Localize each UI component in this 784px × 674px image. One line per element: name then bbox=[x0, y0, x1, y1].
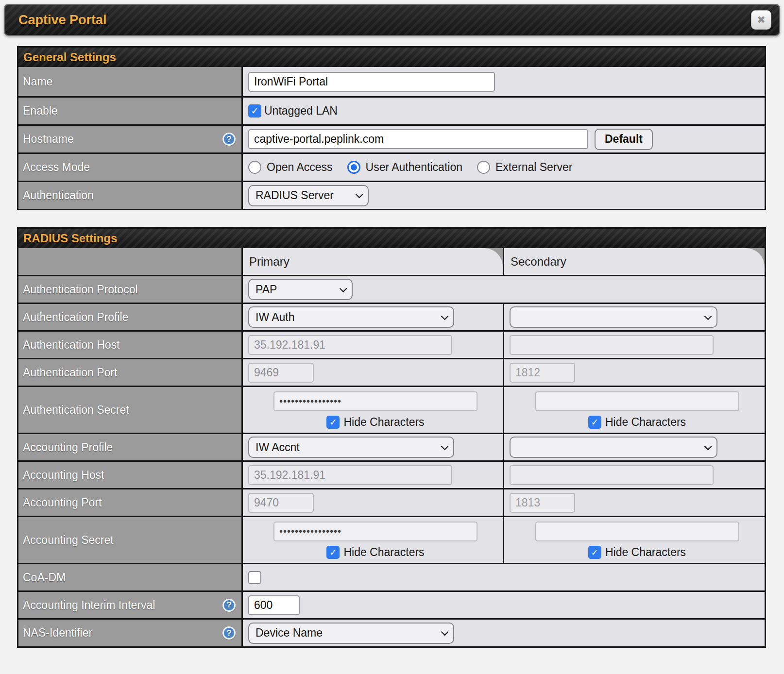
coa-dm-label: CoA-DM bbox=[18, 564, 243, 590]
column-header-row: Primary Secondary bbox=[18, 248, 765, 275]
dialog-titlebar: Captive Portal ✖ bbox=[4, 4, 780, 36]
chevron-down-icon bbox=[704, 312, 712, 320]
auth-profile-primary-select[interactable]: IW Auth bbox=[248, 306, 454, 328]
chevron-down-icon bbox=[441, 628, 449, 636]
acct-port-row: Accounting Port bbox=[18, 488, 765, 516]
dialog-content: General Settings Name Enable ✓ Untagged … bbox=[17, 46, 766, 648]
auth-host-row: Authentication Host bbox=[18, 330, 765, 358]
primary-column-header: Primary bbox=[243, 248, 503, 275]
coa-dm-checkbox[interactable] bbox=[248, 571, 261, 584]
auth-protocol-row: Authentication Protocol PAP bbox=[18, 275, 765, 303]
nas-identifier-select-value: Device Name bbox=[256, 626, 323, 640]
authentication-label: Authentication bbox=[18, 182, 243, 209]
acct-secret-secondary-input[interactable] bbox=[535, 522, 739, 541]
acct-profile-row: Accounting Profile IW Accnt bbox=[18, 433, 765, 460]
auth-secret-secondary-hide-label: Hide Characters bbox=[605, 416, 686, 429]
interim-interval-label: Accounting Interim Interval bbox=[23, 599, 155, 612]
acct-profile-label: Accounting Profile bbox=[18, 434, 243, 460]
access-mode-option-open-access: Open Access bbox=[267, 161, 333, 174]
authentication-row: Authentication RADIUS Server bbox=[18, 181, 765, 209]
chevron-down-icon bbox=[356, 191, 363, 199]
column-header-spacer bbox=[18, 248, 243, 275]
hostname-help-icon[interactable]: ? bbox=[222, 133, 236, 146]
acct-host-label: Accounting Host bbox=[18, 462, 243, 488]
interim-interval-row: Accounting Interim Interval ? bbox=[18, 590, 765, 618]
hostname-input[interactable] bbox=[248, 129, 588, 149]
hostname-row: Hostname ? Default bbox=[18, 124, 765, 152]
access-mode-radio-open-access[interactable] bbox=[248, 161, 261, 174]
radius-settings-header: RADIUS Settings bbox=[18, 229, 765, 248]
acct-secret-row: Accounting Secret ✓ Hide Characters ✓ Hi… bbox=[18, 516, 765, 563]
chevron-down-icon bbox=[441, 442, 449, 450]
enable-untagged-lan-checkbox[interactable]: ✓ bbox=[248, 104, 261, 118]
auth-profile-primary-value: IW Auth bbox=[256, 311, 295, 324]
nas-identifier-row: NAS-Identifier ? Device Name bbox=[18, 618, 765, 646]
acct-secret-primary-input[interactable] bbox=[273, 522, 477, 541]
access-mode-row: Access Mode Open Access User Authenticat… bbox=[18, 152, 765, 181]
interim-interval-help-icon[interactable]: ? bbox=[222, 599, 236, 612]
acct-secret-label: Accounting Secret bbox=[18, 517, 243, 563]
check-icon: ✓ bbox=[591, 417, 598, 428]
interim-interval-input[interactable] bbox=[248, 595, 300, 615]
chevron-down-icon bbox=[704, 442, 712, 450]
auth-protocol-select-value: PAP bbox=[256, 283, 277, 296]
name-label: Name bbox=[18, 67, 243, 96]
auth-protocol-select[interactable]: PAP bbox=[248, 279, 353, 300]
auth-host-primary-input[interactable] bbox=[248, 335, 452, 355]
hostname-default-button[interactable]: Default bbox=[595, 129, 653, 150]
acct-secret-primary-hide-checkbox[interactable]: ✓ bbox=[326, 546, 340, 559]
acct-port-secondary-input[interactable] bbox=[510, 493, 575, 513]
nas-identifier-help-icon[interactable]: ? bbox=[222, 626, 236, 640]
chevron-down-icon bbox=[441, 312, 449, 320]
acct-profile-primary-select[interactable]: IW Accnt bbox=[248, 437, 454, 458]
check-icon: ✓ bbox=[591, 547, 598, 558]
auth-secret-secondary-hide-checkbox[interactable]: ✓ bbox=[588, 416, 601, 429]
secondary-column-header: Secondary bbox=[504, 248, 765, 275]
acct-secret-secondary-hide-checkbox[interactable]: ✓ bbox=[588, 546, 601, 559]
acct-host-secondary-input[interactable] bbox=[510, 465, 714, 485]
acct-host-primary-input[interactable] bbox=[248, 465, 452, 485]
acct-port-primary-input[interactable] bbox=[248, 493, 314, 513]
auth-port-secondary-input[interactable] bbox=[510, 363, 575, 383]
auth-host-label: Authentication Host bbox=[18, 332, 243, 358]
general-settings-table: General Settings Name Enable ✓ Untagged … bbox=[17, 46, 766, 210]
acct-host-row: Accounting Host bbox=[18, 460, 765, 488]
acct-port-label: Accounting Port bbox=[18, 489, 243, 516]
auth-host-secondary-input[interactable] bbox=[510, 335, 714, 355]
name-row: Name bbox=[18, 67, 765, 96]
access-mode-radio-user-authentication[interactable] bbox=[347, 161, 360, 174]
auth-port-primary-input[interactable] bbox=[248, 363, 314, 383]
nas-identifier-label: NAS-Identifier bbox=[23, 626, 92, 640]
dialog-title: Captive Portal bbox=[18, 13, 107, 28]
check-icon: ✓ bbox=[329, 417, 337, 428]
acct-secret-primary-hide-label: Hide Characters bbox=[343, 546, 424, 559]
radius-settings-table: RADIUS Settings Primary Secondary Authen… bbox=[17, 227, 766, 648]
access-mode-label: Access Mode bbox=[18, 154, 243, 181]
hostname-label: Hostname bbox=[23, 133, 74, 146]
chevron-down-icon bbox=[340, 285, 347, 292]
acct-secret-secondary-hide-label: Hide Characters bbox=[605, 546, 686, 559]
authentication-select[interactable]: RADIUS Server bbox=[248, 185, 369, 206]
auth-secret-primary-hide-checkbox[interactable]: ✓ bbox=[326, 416, 340, 429]
close-button[interactable]: ✖ bbox=[751, 10, 771, 30]
check-icon: ✓ bbox=[329, 547, 337, 558]
auth-secret-primary-hide-label: Hide Characters bbox=[343, 416, 424, 429]
name-input[interactable] bbox=[248, 72, 495, 92]
enable-label: Enable bbox=[18, 98, 243, 124]
auth-secret-primary-input[interactable] bbox=[273, 391, 477, 411]
close-icon: ✖ bbox=[757, 14, 766, 26]
auth-profile-label: Authentication Profile bbox=[18, 304, 243, 330]
access-mode-option-user-authentication: User Authentication bbox=[366, 161, 462, 174]
auth-secret-label: Authentication Secret bbox=[18, 387, 243, 433]
auth-profile-secondary-select[interactable] bbox=[510, 306, 717, 328]
enable-untagged-lan-label: Untagged LAN bbox=[264, 104, 338, 118]
authentication-select-value: RADIUS Server bbox=[256, 189, 334, 202]
nas-identifier-select[interactable]: Device Name bbox=[248, 623, 454, 644]
access-mode-radio-external-server[interactable] bbox=[477, 161, 490, 174]
auth-profile-row: Authentication Profile IW Auth bbox=[18, 303, 765, 330]
auth-port-label: Authentication Port bbox=[18, 359, 243, 386]
auth-port-row: Authentication Port bbox=[18, 358, 765, 386]
auth-secret-secondary-input[interactable] bbox=[535, 391, 739, 411]
auth-secret-row: Authentication Secret ✓ Hide Characters … bbox=[18, 386, 765, 433]
acct-profile-secondary-select[interactable] bbox=[510, 437, 717, 458]
